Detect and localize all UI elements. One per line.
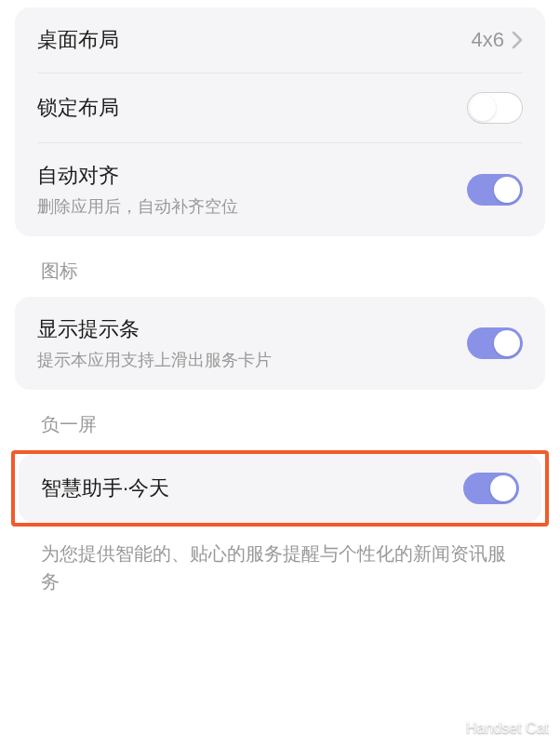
toggle-knob: [470, 95, 496, 121]
svg-point-1: [443, 728, 445, 730]
highlight-box: 智慧助手·今天: [11, 450, 549, 527]
section-header-icons: 图标: [15, 236, 545, 297]
show-hint-bar-subtitle: 提示本应用支持上滑出服务卡片: [37, 349, 467, 371]
show-hint-bar-toggle[interactable]: [467, 327, 523, 359]
toggle-knob: [494, 330, 520, 356]
section-header-minus-one: 负一屏: [15, 390, 545, 450]
chevron-right-icon: [512, 31, 523, 49]
auto-align-label: 自动对齐: [37, 162, 467, 190]
lock-layout-toggle[interactable]: [467, 92, 523, 124]
smart-assistant-label: 智慧助手·今天: [41, 474, 463, 502]
minus-one-description: 为您提供智能的、贴心的服务提醒与个性化的新闻资讯服务: [15, 527, 545, 603]
watermark: Handset Cat: [434, 715, 549, 741]
toggle-knob: [490, 475, 516, 501]
show-hint-bar-label: 显示提示条: [37, 315, 467, 343]
toggle-knob: [494, 177, 520, 203]
auto-align-subtitle: 删除应用后，自动补齐空位: [37, 195, 467, 218]
auto-align-toggle[interactable]: [467, 174, 523, 206]
settings-group-icons: 显示提示条 提示本应用支持上滑出服务卡片: [15, 297, 545, 390]
lock-layout-row: 锁定布局: [15, 73, 545, 142]
desktop-layout-row[interactable]: 桌面布局 4x6: [15, 7, 545, 73]
smart-assistant-toggle[interactable]: [463, 473, 519, 504]
settings-group-layout: 桌面布局 4x6 锁定布局 自动对齐 删除应用后，自动补齐空位: [15, 7, 545, 236]
desktop-layout-label: 桌面布局: [37, 26, 472, 54]
auto-align-row: 自动对齐 删除应用后，自动补齐空位: [15, 143, 545, 236]
svg-rect-0: [438, 724, 457, 738]
show-hint-bar-row: 显示提示条 提示本应用支持上滑出服务卡片: [15, 297, 545, 390]
cat-icon: [434, 715, 460, 741]
smart-assistant-row: 智慧助手·今天: [19, 454, 541, 523]
watermark-text: Handset Cat: [466, 720, 549, 737]
desktop-layout-value: 4x6: [472, 28, 504, 52]
svg-point-2: [450, 728, 452, 730]
settings-group-minus-one: 智慧助手·今天: [19, 454, 541, 523]
lock-layout-label: 锁定布局: [37, 94, 467, 122]
